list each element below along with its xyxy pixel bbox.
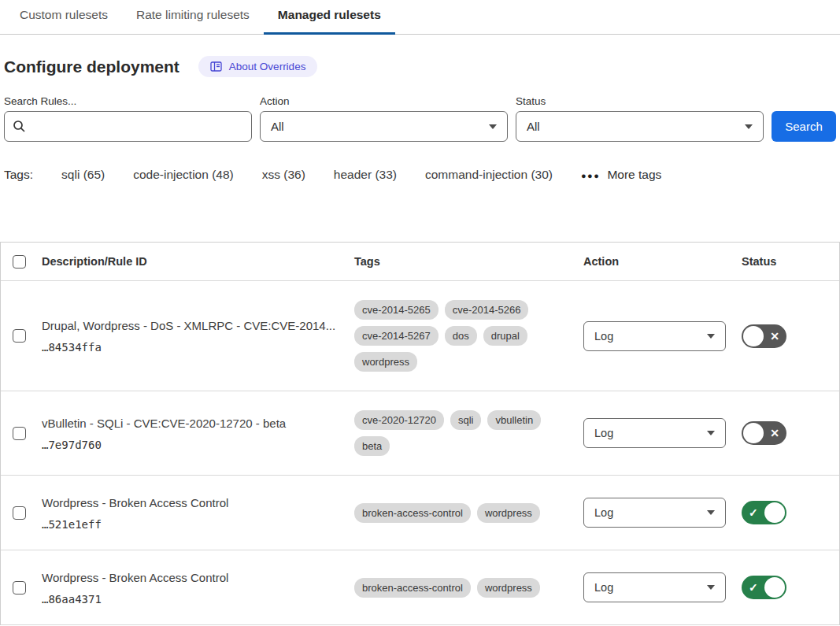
tag-pill-cve-2014-5265: cve-2014-5265 [354,300,439,320]
column-header-tags: Tags [354,255,583,268]
rule-description: vBulletin - SQLi - CVE:CVE-2020-12720 - … [42,416,354,431]
select-all-checkbox[interactable] [13,255,26,269]
action-filter-group: Action All [260,95,508,142]
rule-tags: broken-access-controlwordpress [354,503,551,523]
rule-tags: cve-2020-12720sqlivbulletinbeta [354,410,551,456]
status-filter-group: Status All [516,95,764,142]
search-box [4,111,252,142]
toggle-knob [764,577,785,598]
ellipsis-icon: ●●● [581,171,600,180]
rule-id: …84534ffa [42,341,354,354]
search-button[interactable]: Search [772,111,836,142]
tag-pill-cve-2020-12720: cve-2020-12720 [354,410,444,430]
tag-pill-sqli: sqli [450,410,482,430]
rule-action-select[interactable]: Log [583,418,726,448]
chevron-down-icon [745,124,753,129]
more-tags-label: More tags [607,168,661,182]
rule-action-value: Log [594,581,613,594]
status-toggle-on[interactable]: ✓ [742,576,786,599]
search-rules-group: Search Rules... [4,95,252,142]
status-toggle-off[interactable]: ✕ [742,324,786,348]
managed-rulesets-page: Custom rulesets Rate limiting rulesets M… [0,0,840,625]
chevron-down-icon [707,334,715,339]
status-toggle-on[interactable]: ✓ [742,501,786,524]
tab-bar: Custom rulesets Rate limiting rulesets M… [0,0,840,35]
chevron-down-icon [489,124,497,129]
tag-pill-dos: dos [445,326,477,346]
tag-pill-broken-access-control: broken-access-control [354,578,471,598]
rule-action-value: Log [594,506,613,519]
x-icon: ✕ [770,331,779,342]
row-checkbox[interactable] [13,427,26,440]
page-header: Configure deployment About Overrides [4,56,840,77]
table-row: Wordpress - Broken Access Control…86aa43… [1,550,839,625]
rule-id: …7e97d760 [42,439,354,451]
check-icon: ✓ [749,507,758,518]
rule-tags: broken-access-controlwordpress [354,578,551,598]
chevron-down-icon [707,585,715,590]
search-rules-input[interactable] [4,111,252,142]
about-overrides-label: About Overrides [229,61,306,72]
rule-id: …521e1eff [42,518,354,531]
tag-filter-xss[interactable]: xss (36) [262,168,305,182]
tag-pill-wordpress: wordpress [477,578,540,598]
column-header-action: Action [583,255,742,268]
tag-pill-vbulletin: vbulletin [487,410,541,430]
rules-table: Description/Rule ID Tags Action Status D… [0,242,840,625]
tag-pill-cve-2014-5266: cve-2014-5266 [445,300,529,320]
tag-pill-drupal: drupal [483,326,527,346]
chevron-down-icon [707,510,715,515]
table-header-row: Description/Rule ID Tags Action Status [1,243,839,281]
filter-bar: Search Rules... Action All Status [4,95,836,142]
rule-action-value: Log [594,330,613,343]
tags-bar-label: Tags: [4,168,33,182]
row-checkbox[interactable] [13,506,26,520]
table-row: vBulletin - SQLi - CVE:CVE-2020-12720 - … [1,391,839,476]
tags-bar: Tags: sqli (65)code-injection (48)xss (3… [4,168,840,182]
tag-pill-wordpress: wordpress [354,352,417,372]
toggle-knob [743,423,764,443]
status-filter-value: All [527,120,540,133]
rule-description: Wordpress - Broken Access Control [42,570,354,585]
tag-filter-command-injection[interactable]: command-injection (30) [425,168,553,182]
status-filter-select[interactable]: All [516,111,764,142]
action-filter-label: Action [260,95,508,107]
page-title: Configure deployment [4,57,179,76]
rule-tags: cve-2014-5265cve-2014-5266cve-2014-5267d… [354,300,551,372]
action-filter-select[interactable]: All [260,111,508,142]
row-checkbox[interactable] [13,329,26,343]
rule-action-value: Log [594,427,613,439]
table-row: Drupal, Wordpress - DoS - XMLRPC - CVE:C… [1,281,839,391]
rule-action-select[interactable]: Log [583,572,726,602]
column-header-status: Status [742,255,839,268]
more-tags-button[interactable]: ●●● More tags [581,168,661,182]
x-icon: ✕ [770,428,779,439]
rule-description: Drupal, Wordpress - DoS - XMLRPC - CVE:C… [42,318,354,333]
about-overrides-button[interactable]: About Overrides [198,56,318,77]
tag-filter-code-injection[interactable]: code-injection (48) [133,168,234,182]
action-filter-value: All [271,120,284,133]
rule-action-select[interactable]: Log [583,321,726,351]
tag-filter-header[interactable]: header (33) [334,168,397,182]
tag-pill-wordpress: wordpress [477,503,540,523]
tag-pill-beta: beta [354,436,390,456]
tag-pill-broken-access-control: broken-access-control [354,503,471,523]
tab-managed-rulesets[interactable]: Managed rulesets [264,0,395,35]
column-header-description: Description/Rule ID [42,255,354,268]
tab-rate-limiting-rulesets[interactable]: Rate limiting rulesets [122,0,264,35]
book-icon [210,61,222,72]
tag-filter-sqli[interactable]: sqli (65) [61,168,105,182]
check-icon: ✓ [749,582,758,593]
row-checkbox[interactable] [13,581,26,595]
table-row: Wordpress - Broken Access Control…521e1e… [1,476,839,550]
status-filter-label: Status [516,95,764,107]
tab-custom-rulesets[interactable]: Custom rulesets [6,0,122,35]
rule-action-select[interactable]: Log [583,498,726,528]
rule-description: Wordpress - Broken Access Control [42,495,354,510]
status-toggle-off[interactable]: ✕ [742,421,786,445]
rule-id: …86aa4371 [42,593,354,606]
chevron-down-icon [707,431,715,435]
toggle-knob [743,326,764,346]
toggle-knob [764,502,785,523]
search-rules-label: Search Rules... [4,95,252,107]
